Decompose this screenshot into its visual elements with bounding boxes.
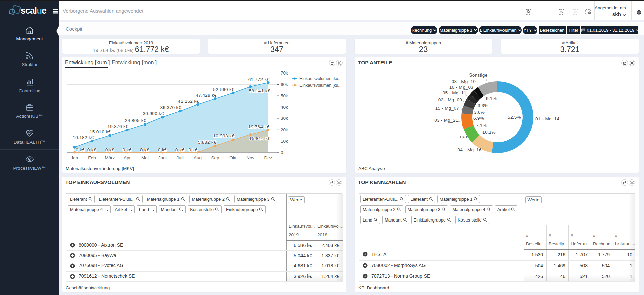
svg-text:10.1%: 10.1% <box>482 130 496 135</box>
svg-text:19.764 k€: 19.764 k€ <box>248 124 270 129</box>
svg-text:Sep: Sep <box>211 155 219 160</box>
svg-text:50k: 50k <box>281 93 288 98</box>
svg-text:16 - Mg_03: 16 - Mg_03 <box>449 85 473 90</box>
svg-text:7.1%: 7.1% <box>476 123 487 128</box>
svg-text:15.814 k€: 15.814 k€ <box>249 136 271 141</box>
svg-text:Einkaufsvolumen [ku...: Einkaufsvolumen [ku... <box>299 76 342 81</box>
svg-text:Okt: Okt <box>229 155 236 160</box>
svg-text:02 - Mg_09: 02 - Mg_09 <box>438 97 462 102</box>
svg-text:61.772 k€: 61.772 k€ <box>248 77 270 82</box>
svg-text:Aug: Aug <box>194 155 202 160</box>
svg-text:Nov: Nov <box>246 155 254 160</box>
svg-text:0 k€: 0 k€ <box>87 147 96 152</box>
svg-text:Feb: Feb <box>88 155 96 160</box>
svg-text:03 - Mg_21: 03 - Mg_21 <box>434 118 458 123</box>
svg-text:05 - Mg_11: 05 - Mg_11 <box>443 90 466 95</box>
svg-text:scalue: scalue <box>21 6 47 16</box>
svg-text:30.990 k€: 30.990 k€ <box>143 111 164 116</box>
svg-text:März: März <box>105 155 115 160</box>
svg-text:52.5%: 52.5% <box>508 115 521 120</box>
svg-text:5.882 k€: 5.882 k€ <box>198 140 216 145</box>
svg-text:0 k€: 0 k€ <box>175 147 185 152</box>
svg-text:Jan: Jan <box>71 155 78 160</box>
svg-text:52.560 k€: 52.560 k€ <box>213 87 234 92</box>
svg-text:15.010 k€: 15.010 k€ <box>90 129 111 134</box>
svg-text:3.6%: 3.6% <box>474 110 485 115</box>
svg-text:01 - Mg_14: 01 - Mg_14 <box>535 116 559 121</box>
svg-text:0 k€: 0 k€ <box>105 147 114 152</box>
svg-text:0 k€: 0 k€ <box>158 147 167 152</box>
svg-text:70k: 70k <box>281 70 288 76</box>
svg-text:n/a: n/a <box>460 134 467 139</box>
svg-text:0 k€: 0 k€ <box>189 147 198 152</box>
svg-text:04 - Mg_16: 04 - Mg_16 <box>457 147 481 152</box>
svg-text:Einkaufsvolumen [ku...: Einkaufsvolumen [ku... <box>299 83 342 88</box>
svg-text:40k: 40k <box>281 105 288 110</box>
svg-text:6.9%: 6.9% <box>473 116 484 121</box>
svg-text:10.993 k€: 10.993 k€ <box>213 133 234 138</box>
svg-text:Mai: Mai <box>141 155 149 160</box>
svg-text:0: 0 <box>281 150 283 155</box>
svg-text:19.876 k€: 19.876 k€ <box>107 124 128 129</box>
svg-text:60k: 60k <box>281 82 288 87</box>
svg-text:Apr: Apr <box>124 155 131 160</box>
svg-text:08 - Mg_10: 08 - Mg_10 <box>452 79 476 84</box>
svg-text:9.1%: 9.1% <box>486 96 497 101</box>
svg-text:42.262 k€: 42.262 k€ <box>178 99 199 104</box>
svg-text:0 k€: 0 k€ <box>76 147 85 152</box>
svg-text:Juli: Juli <box>177 155 184 160</box>
svg-text:58.141 k€: 58.141 k€ <box>249 88 270 93</box>
svg-text:30k: 30k <box>281 116 288 121</box>
svg-text:Sonstige: Sonstige <box>469 72 488 78</box>
svg-text:15 - Mg_07: 15 - Mg_07 <box>435 106 459 111</box>
svg-text:20k: 20k <box>281 127 288 132</box>
svg-text:0 k€: 0 k€ <box>140 147 149 152</box>
svg-text:10k: 10k <box>281 139 288 144</box>
svg-text:24.805 k€: 24.805 k€ <box>125 118 146 123</box>
svg-text:36.370 k€: 36.370 k€ <box>160 105 182 110</box>
svg-text:0 k€: 0 k€ <box>123 147 132 152</box>
svg-text:Dez: Dez <box>264 155 272 160</box>
svg-text:47.428 k€: 47.428 k€ <box>196 93 217 98</box>
svg-text:Juni: Juni <box>158 155 167 160</box>
svg-text:3.3%: 3.3% <box>478 103 488 108</box>
svg-text:10.182 k€: 10.182 k€ <box>73 135 94 140</box>
